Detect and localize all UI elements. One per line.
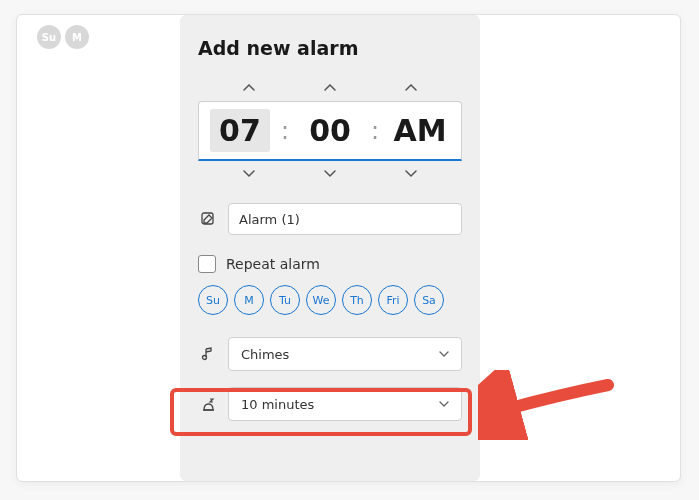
edit-icon bbox=[198, 209, 218, 229]
time-picker[interactable]: 07 : 00 : AM bbox=[198, 101, 462, 161]
minute-up-button[interactable] bbox=[310, 77, 350, 99]
hour-down-button[interactable] bbox=[229, 163, 269, 185]
music-note-icon bbox=[198, 344, 218, 364]
day-tu[interactable]: Tu bbox=[270, 285, 300, 315]
sound-row: Chimes bbox=[198, 337, 462, 371]
snooze-select[interactable]: 10 minutes bbox=[228, 387, 462, 421]
app-window: Su M Add new alarm 07 : 00 : AM bbox=[16, 14, 681, 482]
minute-value[interactable]: 00 bbox=[300, 113, 360, 148]
hour-up-button[interactable] bbox=[229, 77, 269, 99]
snooze-icon bbox=[198, 394, 218, 414]
time-up-chevrons bbox=[198, 77, 462, 99]
minute-down-button[interactable] bbox=[310, 163, 350, 185]
chevron-down-icon bbox=[439, 351, 449, 358]
ampm-up-button[interactable] bbox=[391, 77, 431, 99]
days-row: Su M Tu We Th Fri Sa bbox=[198, 285, 462, 315]
repeat-checkbox[interactable] bbox=[198, 255, 216, 273]
panel-title: Add new alarm bbox=[198, 37, 462, 59]
repeat-label: Repeat alarm bbox=[226, 256, 320, 272]
sound-select-value: Chimes bbox=[241, 347, 289, 362]
bg-day-m: M bbox=[65, 25, 89, 49]
chevron-down-icon bbox=[439, 401, 449, 408]
svg-point-1 bbox=[203, 356, 207, 360]
day-m[interactable]: M bbox=[234, 285, 264, 315]
add-alarm-panel: Add new alarm 07 : 00 : AM bbox=[180, 15, 480, 481]
snooze-row: 10 minutes bbox=[198, 387, 462, 421]
day-su[interactable]: Su bbox=[198, 285, 228, 315]
day-th[interactable]: Th bbox=[342, 285, 372, 315]
day-fr[interactable]: Fri bbox=[378, 285, 408, 315]
time-sep-2: : bbox=[371, 117, 379, 145]
alarm-name-row: Alarm (1) bbox=[198, 203, 462, 235]
day-sa[interactable]: Sa bbox=[414, 285, 444, 315]
snooze-select-value: 10 minutes bbox=[241, 397, 314, 412]
alarm-name-input[interactable]: Alarm (1) bbox=[228, 203, 462, 235]
bg-day-su: Su bbox=[37, 25, 61, 49]
repeat-row: Repeat alarm bbox=[198, 255, 462, 273]
time-sep-1: : bbox=[281, 117, 289, 145]
background-day-badges: Su M bbox=[37, 25, 89, 49]
day-we[interactable]: We bbox=[306, 285, 336, 315]
sound-select[interactable]: Chimes bbox=[228, 337, 462, 371]
ampm-down-button[interactable] bbox=[391, 163, 431, 185]
time-down-chevrons bbox=[198, 163, 462, 185]
ampm-value[interactable]: AM bbox=[390, 113, 450, 148]
hour-value[interactable]: 07 bbox=[210, 109, 270, 152]
